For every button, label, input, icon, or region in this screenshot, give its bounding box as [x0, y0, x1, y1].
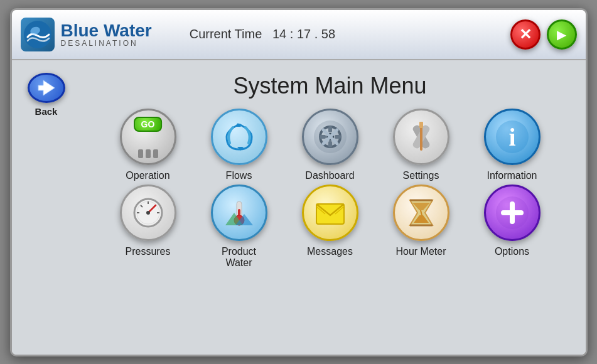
- svg-point-26: [146, 211, 150, 215]
- operation-icon: GO: [120, 109, 176, 165]
- operation-label: Operation: [126, 170, 169, 181]
- dashboard-icon: [302, 109, 358, 165]
- logo-icon: [21, 18, 55, 51]
- settings-icon: [393, 109, 449, 165]
- back-label: Back: [35, 106, 58, 117]
- logo-text: Blue Water DESALINATION: [61, 22, 152, 47]
- product-water-icon: [211, 185, 267, 241]
- menu-item-pressures[interactable]: Pressures: [107, 185, 189, 269]
- menu-item-messages[interactable]: Messages: [289, 185, 371, 269]
- menu-item-information[interactable]: i Information: [471, 109, 553, 181]
- settings-label: Settings: [403, 170, 439, 181]
- svg-rect-41: [501, 210, 524, 215]
- product-water-label: ProductWater: [222, 246, 256, 269]
- svg-rect-8: [328, 126, 332, 132]
- header: Blue Water DESALINATION Current Time 14 …: [12, 10, 586, 60]
- messages-icon: [302, 185, 358, 241]
- menu-item-settings[interactable]: Settings: [380, 109, 462, 181]
- pressures-label: Pressures: [125, 246, 170, 257]
- menu-row-1: GO Operation: [107, 109, 553, 181]
- page-title: System Main Menu: [75, 60, 586, 105]
- menu-row-2: Pressures: [107, 185, 553, 269]
- go-badge: GO: [134, 117, 163, 132]
- logo-subtitle: DESALINATION: [61, 40, 152, 47]
- information-icon: i: [484, 109, 541, 165]
- dashboard-label: Dashboard: [305, 170, 354, 181]
- options-icon: [484, 185, 541, 241]
- play-button[interactable]: ▶: [547, 19, 577, 50]
- flows-icon: [211, 109, 267, 165]
- operation-legs: [138, 149, 158, 158]
- messages-label: Messages: [307, 246, 353, 257]
- back-circle-icon: [28, 73, 65, 103]
- information-label: Information: [487, 170, 537, 181]
- menu-item-dashboard[interactable]: Dashboard: [289, 109, 371, 181]
- menu-item-hour-meter[interactable]: Hour Meter: [380, 185, 462, 269]
- app-window: Blue Water DESALINATION Current Time 14 …: [10, 8, 588, 356]
- flows-label: Flows: [226, 170, 252, 181]
- back-button[interactable]: Back: [24, 73, 68, 117]
- svg-rect-15: [419, 122, 423, 128]
- logo-area: Blue Water DESALINATION: [21, 18, 152, 51]
- svg-rect-11: [335, 135, 341, 139]
- menu-item-flows[interactable]: Flows: [198, 109, 280, 181]
- hour-meter-icon: [393, 185, 449, 241]
- pressures-icon: [120, 185, 176, 241]
- svg-rect-9: [328, 141, 332, 147]
- svg-marker-2: [38, 80, 55, 95]
- main-content: Back System Main Menu GO Operation: [12, 60, 586, 355]
- logo-title: Blue Water: [61, 22, 152, 40]
- svg-rect-10: [320, 135, 326, 139]
- header-buttons: ✕ ▶: [510, 19, 577, 50]
- options-label: Options: [495, 246, 529, 257]
- close-button[interactable]: ✕: [510, 19, 541, 50]
- menu-grid: GO Operation: [12, 105, 586, 355]
- menu-item-operation[interactable]: GO Operation: [107, 109, 189, 181]
- svg-text:i: i: [508, 123, 515, 151]
- menu-item-options[interactable]: Options: [471, 185, 553, 269]
- menu-item-product-water[interactable]: ProductWater: [198, 185, 280, 269]
- hour-meter-label: Hour Meter: [395, 246, 446, 257]
- svg-point-0: [24, 21, 51, 48]
- current-time: Current Time 14 : 17 . 58: [190, 27, 335, 41]
